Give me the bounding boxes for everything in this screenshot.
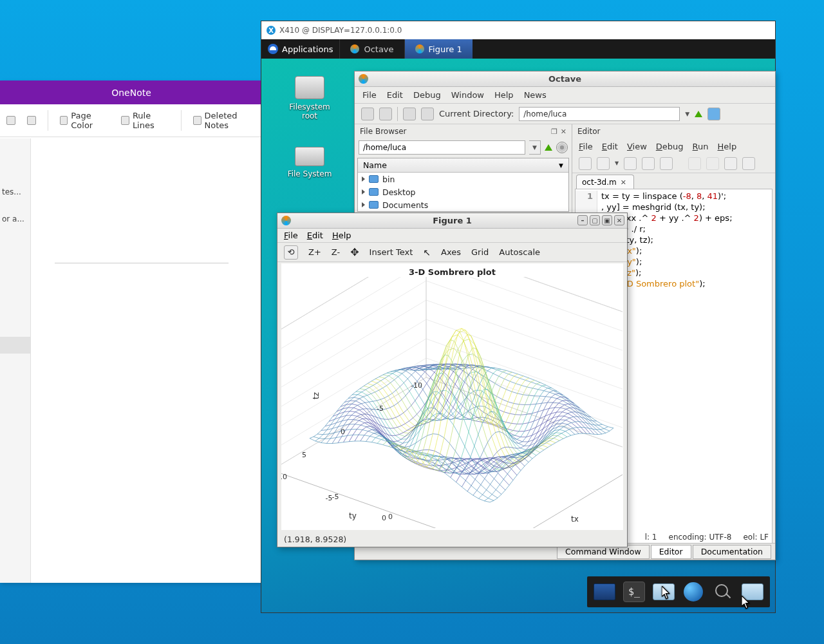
close-pane-icon[interactable]: ✕: [561, 128, 566, 136]
nav-item[interactable]: or a...: [0, 211, 30, 227]
undock-icon[interactable]: ❐: [551, 128, 557, 136]
page-color-button[interactable]: Page Color: [60, 111, 110, 130]
axes-button[interactable]: Axes: [441, 247, 461, 257]
new-icon[interactable]: [579, 157, 592, 170]
trash-icon: [193, 116, 201, 125]
page-color-icon: [60, 116, 68, 125]
gear-icon[interactable]: [556, 142, 568, 153]
expand-icon[interactable]: [362, 189, 365, 194]
menu-edit[interactable]: Edit: [387, 90, 403, 100]
x410-titlebar[interactable]: X X410 @ DISPLAY=127.0.0.1:0.0: [261, 21, 775, 39]
folder-row[interactable]: bin: [358, 173, 568, 185]
hdd-icon: [295, 147, 324, 166]
onenote-nav: tes... or a...: [0, 138, 31, 583]
dropdown-icon[interactable]: ▼: [615, 160, 619, 166]
dropdown-arrow-icon[interactable]: ▼: [685, 111, 689, 117]
editor-tabs: oct-3d.m ✕: [572, 173, 775, 189]
print-icon[interactable]: [660, 157, 673, 170]
undo-icon[interactable]: [688, 157, 701, 170]
applications-menu[interactable]: Applications: [261, 44, 339, 54]
restore-icon[interactable]: ▣: [602, 215, 612, 225]
svg-line-5: [426, 277, 623, 322]
ed-menu-run[interactable]: Run: [693, 142, 709, 151]
menu-window[interactable]: Window: [451, 90, 484, 100]
tab-documentation[interactable]: Documentation: [693, 545, 771, 559]
zoom-out-button[interactable]: Z-: [332, 247, 340, 257]
up-dir-icon[interactable]: [545, 144, 552, 151]
nav-item-selected[interactable]: [0, 337, 30, 354]
fig-menu-edit[interactable]: Edit: [307, 231, 323, 240]
expand-icon[interactable]: [362, 202, 365, 207]
new-file-icon[interactable]: [361, 108, 374, 120]
xfce-panel: Applications Octave Figure 1: [261, 39, 775, 59]
svg-text:-10: -10: [281, 473, 287, 481]
redo-icon[interactable]: [706, 157, 719, 170]
nav-item[interactable]: tes...: [0, 184, 30, 200]
menu-news[interactable]: News: [524, 90, 547, 100]
insert-text-button[interactable]: Insert Text: [370, 247, 413, 257]
path-dropdown-icon[interactable]: ▼: [529, 140, 541, 155]
octave-icon: [281, 216, 291, 225]
dock-search[interactable]: [712, 582, 734, 602]
expand-icon[interactable]: [362, 176, 365, 182]
copy-icon[interactable]: [724, 157, 737, 170]
save-icon[interactable]: [624, 157, 637, 170]
file-browser-path-input[interactable]: /home/luca: [359, 140, 525, 155]
close-tab-icon[interactable]: ✕: [621, 178, 628, 186]
folder-name: Documents: [382, 200, 428, 210]
fig-menu-file[interactable]: File: [284, 231, 298, 240]
rule-lines-button[interactable]: Rule Lines: [121, 111, 169, 130]
editor-statusbar: l: 1 encoding: UTF-8 eol: LF: [645, 533, 769, 542]
menu-file[interactable]: File: [362, 90, 377, 100]
select-icon[interactable]: ↖: [423, 247, 431, 258]
column-header[interactable]: Name▼: [358, 158, 568, 173]
folder-row[interactable]: Documents: [358, 198, 568, 211]
dock-files[interactable]: [742, 582, 763, 602]
rotate-icon[interactable]: ⟲: [284, 245, 298, 260]
task-octave[interactable]: Octave: [339, 39, 404, 59]
octave-titlebar[interactable]: Octave: [355, 71, 775, 87]
ed-menu-help[interactable]: Help: [718, 142, 737, 151]
deleted-notes-button[interactable]: Deleted Notes: [193, 111, 256, 130]
desktop-icon-fsroot[interactable]: Filesystem root: [281, 76, 339, 120]
paste-icon[interactable]: [421, 108, 434, 120]
hide-page-button[interactable]: [6, 116, 15, 125]
open-icon[interactable]: [597, 157, 610, 170]
figure-titlebar[interactable]: Figure 1 – ▢ ▣ ✕: [277, 213, 627, 229]
pan-icon[interactable]: ✥: [350, 246, 359, 258]
paper-size-button[interactable]: [27, 116, 36, 125]
open-folder-icon[interactable]: [379, 108, 392, 120]
ed-menu-debug[interactable]: Debug: [656, 142, 684, 151]
zoom-in-button[interactable]: Z+: [308, 247, 321, 257]
menu-help[interactable]: Help: [494, 90, 514, 100]
ed-menu-file[interactable]: File: [579, 142, 593, 151]
dock-terminal[interactable]: $_: [623, 582, 645, 602]
editor-tab[interactable]: oct-3d.m ✕: [576, 175, 634, 189]
desktop-icon-filesystem[interactable]: File System: [281, 147, 339, 178]
menu-debug[interactable]: Debug: [413, 90, 441, 100]
copy-icon[interactable]: [403, 108, 416, 120]
browse-folder-icon[interactable]: [707, 108, 720, 120]
figure-canvas[interactable]: 3-D Sombrero plot -0.4-0.200.20.40.60.81…: [281, 263, 623, 530]
autoscale-button[interactable]: Autoscale: [499, 247, 540, 257]
cut-icon[interactable]: [742, 157, 755, 170]
dock-web[interactable]: [682, 582, 704, 602]
dock-home[interactable]: [653, 582, 675, 602]
up-dir-icon[interactable]: [695, 111, 702, 117]
saveall-icon[interactable]: [642, 157, 655, 170]
fig-menu-help[interactable]: Help: [332, 231, 351, 240]
task-figure1[interactable]: Figure 1: [404, 39, 473, 59]
task-label: Figure 1: [429, 44, 462, 54]
grid-button[interactable]: Grid: [471, 247, 489, 257]
ed-menu-edit[interactable]: Edit: [602, 142, 618, 151]
folder-row[interactable]: Desktop: [358, 185, 568, 198]
close-icon[interactable]: ✕: [614, 215, 624, 225]
maximize-icon[interactable]: ▢: [590, 215, 600, 225]
minimize-icon[interactable]: –: [577, 215, 588, 225]
current-dir-input[interactable]: /home/luca: [519, 107, 680, 121]
dock-show-desktop[interactable]: [594, 582, 615, 602]
sort-arrow-icon[interactable]: ▼: [559, 162, 563, 169]
ed-menu-view[interactable]: View: [627, 142, 647, 151]
tab-editor[interactable]: Editor: [651, 545, 691, 559]
eol-label: eol:: [743, 533, 757, 542]
